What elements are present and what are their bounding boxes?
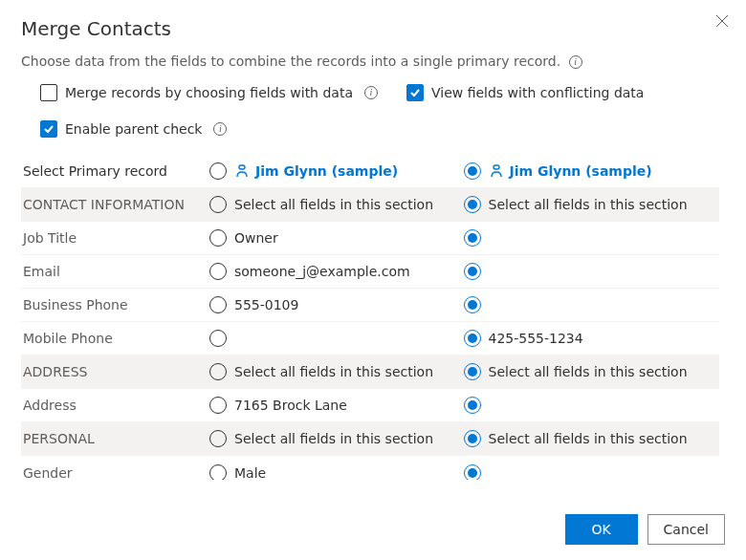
radio-field-right[interactable] [464,330,481,347]
dialog-options: Merge records by choosing fields with da… [21,84,725,138]
radio-field-left[interactable] [209,397,227,414]
section-select-all-label: Select all fields in this section [234,197,433,212]
checkbox-box [40,120,57,138]
field-label: Address [23,398,209,413]
section-header: PERSONAL Select all fields in this secti… [21,422,719,456]
checkbox-box [40,84,57,101]
field-value-left: Owner [234,230,278,246]
section-title: CONTACT INFORMATION [23,197,209,212]
radio-field-left[interactable] [209,263,227,280]
close-button[interactable] [715,13,729,32]
checkbox-box [406,84,424,101]
field-row: Email someone_j@example.com [21,255,719,289]
radio-field-left[interactable] [209,464,227,481]
primary-record-left: Jim Glynn (sample) [209,162,464,180]
dialog-subtitle: Choose data from the fields to combine t… [21,54,725,69]
record-name-left[interactable]: Jim Glynn (sample) [234,163,398,179]
section-header: CONTACT INFORMATION Select all fields in… [21,188,719,222]
person-icon [234,163,250,179]
dialog-title: Merge Contacts [21,17,725,40]
person-icon [489,163,504,179]
field-label: Business Phone [23,297,209,312]
section-left-col: Select all fields in this section [209,196,464,213]
primary-record-row: Select Primary record Jim Glynn (sample)… [21,155,719,188]
radio-field-right[interactable] [464,263,481,280]
dialog-footer: OK Cancel [565,514,725,545]
svg-rect-1 [494,165,499,169]
checkbox-enable-parent[interactable]: Enable parent check i [40,120,725,138]
radio-primary-left[interactable] [209,162,227,180]
section-select-all-label: Select all fields in this section [489,197,688,212]
close-icon [715,14,729,28]
field-row: Address 7165 Brock Lane [21,389,719,422]
radio-section-right[interactable] [464,430,481,447]
checkbox-label: Enable parent check [65,121,202,137]
field-row: Business Phone 555-0109 [21,289,719,322]
field-row: Job Title Owner [21,222,719,255]
info-icon[interactable]: i [364,86,378,99]
checkbox-merge-by-fields[interactable]: Merge records by choosing fields with da… [40,84,378,101]
section-right-col: Select all fields in this section [464,196,718,213]
radio-field-left[interactable] [209,296,227,313]
field-value-left: someone_j@example.com [234,264,410,279]
field-value-left: 555-0109 [234,297,298,312]
radio-section-left[interactable] [209,430,227,447]
radio-section-left[interactable] [209,363,227,380]
field-value-left: 7165 Brock Lane [234,398,347,413]
section-title: ADDRESS [23,364,209,379]
merge-contacts-dialog: Merge Contacts Choose data from the fiel… [0,0,746,560]
checkbox-view-conflicting[interactable]: View fields with conflicting data [406,84,644,101]
field-label: Job Title [23,230,209,246]
info-icon[interactable]: i [213,122,227,136]
field-row: Gender Male [21,456,719,480]
field-label: Mobile Phone [23,331,209,346]
primary-record-right: Jim Glynn (sample) [464,162,718,180]
radio-field-right[interactable] [464,464,481,481]
section-select-all-label: Select all fields in this section [489,364,688,379]
radio-field-left[interactable] [209,229,227,247]
field-row: Mobile Phone 425-555-1234 [21,322,719,355]
section-select-all-label: Select all fields in this section [234,364,433,379]
checkbox-label: View fields with conflicting data [431,85,644,100]
section-select-all-label: Select all fields in this section [234,431,433,446]
field-label: Gender [23,465,209,481]
section-header: ADDRESS Select all fields in this sectio… [21,355,719,389]
radio-section-right[interactable] [464,363,481,380]
field-value-right: 425-555-1234 [489,331,583,346]
radio-field-right[interactable] [464,397,481,414]
radio-field-right[interactable] [464,296,481,313]
radio-section-left[interactable] [209,196,227,213]
cancel-button[interactable]: Cancel [647,514,725,545]
field-label: Email [23,264,209,279]
svg-rect-0 [239,165,245,169]
record-name-right[interactable]: Jim Glynn (sample) [489,163,652,179]
section-select-all-label: Select all fields in this section [489,431,688,446]
section-title: PERSONAL [23,431,209,446]
ok-button[interactable]: OK [565,514,638,545]
fields-scroll-area[interactable]: Select Primary record Jim Glynn (sample)… [21,155,725,480]
checkbox-label: Merge records by choosing fields with da… [65,85,353,100]
primary-record-label: Select Primary record [23,163,209,179]
field-value-left: Male [234,465,266,481]
radio-field-right[interactable] [464,229,481,247]
radio-field-left[interactable] [209,330,227,347]
info-icon[interactable]: i [569,55,582,69]
radio-primary-right[interactable] [464,162,481,180]
radio-section-right[interactable] [464,196,481,213]
